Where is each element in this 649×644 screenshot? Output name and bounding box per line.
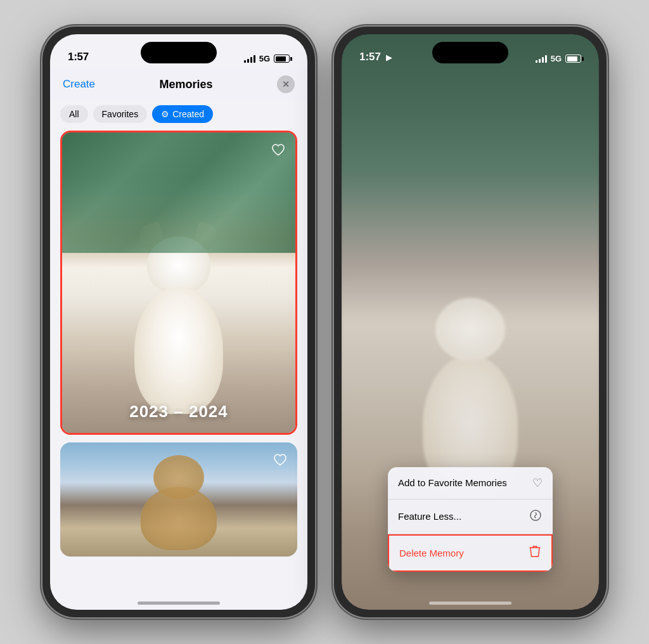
- context-menu-item-favorite[interactable]: Add to Favorite Memories ♡: [388, 467, 553, 499]
- home-indicator-left: [138, 602, 220, 605]
- create-button[interactable]: Create: [63, 78, 95, 91]
- status-icons-right: 5G: [536, 54, 581, 63]
- delete-label: Delete Memory: [399, 547, 524, 560]
- left-phone: 1:57 5G Create Memories: [42, 27, 315, 617]
- time-left: 1:57: [68, 51, 89, 63]
- signal-bars-right: [536, 55, 547, 63]
- trash-icon: [529, 544, 541, 562]
- heart-menu-icon: ♡: [532, 476, 543, 490]
- left-phone-screen: 1:57 5G Create Memories: [50, 34, 307, 610]
- filter-bar: All Favorites ⚙ Created: [50, 100, 307, 128]
- nav-bar: Create Memories ✕: [50, 68, 307, 100]
- heart-button-main[interactable]: [269, 140, 288, 159]
- filter-all-button[interactable]: All: [60, 105, 88, 123]
- heart-icon-main: [271, 143, 285, 156]
- home-indicator-right: [429, 602, 511, 605]
- battery-left: [274, 55, 290, 63]
- right-phone-screen: 1:57 ▶ 5G: [342, 34, 599, 610]
- gear-icon: ⚙: [161, 109, 169, 119]
- right-phone: 1:57 ▶ 5G: [334, 27, 607, 617]
- memory-card-second[interactable]: [60, 442, 297, 557]
- filter-created-button[interactable]: ⚙ Created: [152, 105, 213, 123]
- filter-created-label: Created: [172, 109, 204, 119]
- context-menu-item-delete[interactable]: Delete Memory: [388, 534, 553, 572]
- battery-right: [565, 55, 581, 63]
- favorite-label: Add to Favorite Memories: [398, 477, 527, 489]
- dog-body: [134, 287, 223, 414]
- puppy-head: [153, 455, 204, 499]
- memory-card-main[interactable]: 2023 – 2024: [60, 131, 297, 435]
- memory-year-main: 2023 – 2024: [62, 402, 295, 422]
- memory-bg-second: [60, 442, 297, 557]
- close-icon: ✕: [282, 79, 290, 89]
- context-menu: Add to Favorite Memories ♡ Feature Less.…: [388, 467, 553, 572]
- memories-list: 2023 – 2024: [50, 128, 307, 610]
- memories-title: Memories: [159, 78, 212, 91]
- dynamic-island-right: [432, 42, 508, 63]
- heart-icon-second: [273, 453, 287, 466]
- context-menu-item-feature-less[interactable]: Feature Less...: [388, 499, 553, 534]
- feature-less-icon: [529, 508, 543, 525]
- feature-less-label: Feature Less...: [398, 510, 524, 523]
- time-right: 1:57 ▶: [359, 51, 392, 63]
- location-icon: ▶: [386, 53, 392, 62]
- status-icons-left: 5G: [244, 54, 290, 63]
- signal-bars-left: [244, 55, 255, 63]
- dynamic-island-left: [141, 42, 217, 63]
- memory-bg-main: [62, 132, 295, 433]
- close-button[interactable]: ✕: [277, 75, 295, 93]
- memories-screen: 1:57 5G Create Memories: [50, 34, 307, 610]
- heart-button-second[interactable]: [271, 450, 290, 469]
- signal-type-left: 5G: [259, 54, 270, 63]
- filter-favorites-button[interactable]: Favorites: [93, 105, 148, 123]
- signal-type-right: 5G: [551, 54, 562, 63]
